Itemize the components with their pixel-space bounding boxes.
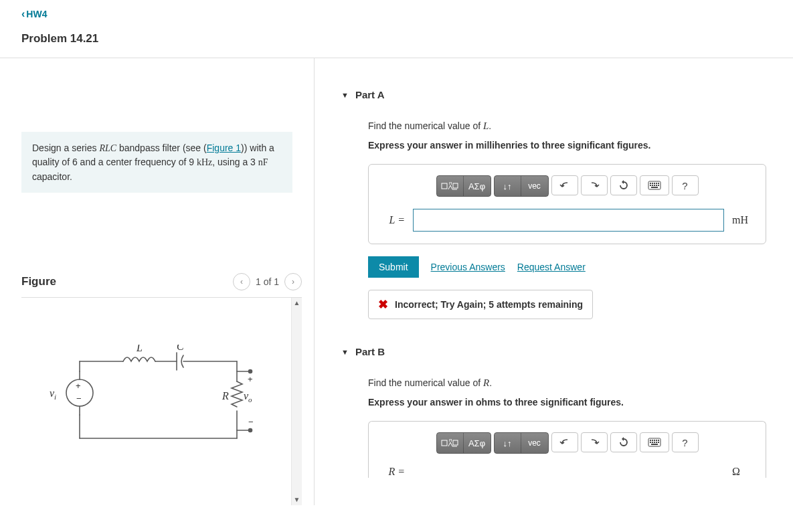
reset-button[interactable] <box>610 175 637 195</box>
svg-rect-40 <box>658 442 659 443</box>
problem-prompt: Design a series RLC bandpass filter (see… <box>21 132 292 193</box>
vector-button[interactable]: vec <box>521 433 548 453</box>
svg-rect-12 <box>442 183 447 189</box>
figure-1-link[interactable]: Figure 1 <box>207 143 241 153</box>
svg-rect-39 <box>656 442 657 443</box>
svg-text:+: + <box>248 374 253 384</box>
figure-pager-text: 1 of 1 <box>256 276 279 287</box>
previous-answers-link[interactable]: Previous Answers <box>431 262 505 272</box>
svg-rect-22 <box>652 185 653 186</box>
svg-rect-16 <box>650 183 651 184</box>
problem-title: Problem 14.21 <box>0 20 793 58</box>
part-b-label: Part B <box>355 346 385 357</box>
scroll-down-icon[interactable]: ▼ <box>292 495 302 505</box>
back-link-label: HW4 <box>26 9 47 19</box>
part-a-label: Part A <box>355 89 385 100</box>
svg-rect-32 <box>652 440 653 441</box>
svg-rect-21 <box>650 185 651 186</box>
svg-text:L: L <box>136 345 143 353</box>
templates-button[interactable]: n <box>437 176 464 196</box>
help-button[interactable]: ? <box>672 432 699 452</box>
vector-button[interactable]: vec <box>521 176 548 196</box>
svg-rect-20 <box>658 183 659 184</box>
part-a-unit: mH <box>732 214 756 226</box>
equation-toolbar: n ΑΣφ ↓↑ vec <box>378 432 756 454</box>
keyboard-button[interactable] <box>640 432 669 452</box>
svg-rect-19 <box>656 183 657 184</box>
svg-rect-17 <box>652 183 653 184</box>
svg-text:C: C <box>177 345 184 352</box>
redo-button[interactable] <box>581 432 608 452</box>
svg-text:+: + <box>76 381 81 391</box>
back-link[interactable]: ‹ HW4 <box>0 0 47 20</box>
keyboard-button[interactable] <box>640 175 669 195</box>
equation-toolbar: n ΑΣφ ↓↑ vec <box>378 175 756 197</box>
part-a-header[interactable]: ▼ Part A <box>315 58 793 107</box>
part-b-instruction: Express your answer in ohms to three sig… <box>368 397 766 408</box>
part-a-answer-panel: n ΑΣφ ↓↑ vec <box>368 164 766 244</box>
part-a-lhs: L = <box>378 214 405 226</box>
part-b-answer-panel: n ΑΣφ ↓↑ vec <box>368 421 766 478</box>
svg-rect-29 <box>453 440 458 445</box>
svg-rect-36 <box>650 442 651 443</box>
svg-text:−: − <box>76 393 82 404</box>
part-b-unit: Ω <box>732 466 756 478</box>
svg-rect-38 <box>654 442 655 443</box>
subscript-button[interactable]: ↓↑ <box>495 433 521 453</box>
reset-button[interactable] <box>610 432 637 452</box>
svg-rect-25 <box>658 185 659 186</box>
svg-text:R: R <box>222 390 229 402</box>
svg-text:vo: vo <box>244 390 252 404</box>
chevron-left-icon: ‹ <box>21 8 25 20</box>
svg-rect-33 <box>654 440 655 441</box>
figure-image: L C R vi vo + − + − <box>21 298 291 505</box>
svg-text:−: − <box>248 417 254 427</box>
incorrect-icon: ✖ <box>378 297 388 312</box>
part-b-header[interactable]: ▼ Part B <box>315 319 793 364</box>
caret-down-icon: ▼ <box>341 348 349 356</box>
part-a-find: Find the numerical value of L. <box>368 120 766 132</box>
figure-next-button[interactable]: › <box>284 273 302 290</box>
part-b-find: Find the numerical value of R. <box>368 377 766 389</box>
svg-rect-18 <box>654 183 655 184</box>
figure-prev-button[interactable]: ‹ <box>233 273 250 290</box>
redo-button[interactable] <box>581 175 608 195</box>
svg-rect-41 <box>651 444 658 445</box>
greek-button[interactable]: ΑΣφ <box>464 433 491 453</box>
undo-button[interactable] <box>551 175 578 195</box>
submit-button[interactable]: Submit <box>368 256 419 278</box>
figure-label: Figure <box>21 275 56 288</box>
scroll-up-icon[interactable]: ▲ <box>292 298 302 308</box>
svg-text:vi: vi <box>50 387 56 401</box>
part-a-feedback: ✖ Incorrect; Try Again; 5 attempts remai… <box>368 290 593 319</box>
svg-rect-24 <box>656 185 657 186</box>
greek-button[interactable]: ΑΣφ <box>464 176 491 196</box>
feedback-text: Incorrect; Try Again; 5 attempts remaini… <box>395 299 583 310</box>
subscript-button[interactable]: ↓↑ <box>495 176 521 196</box>
svg-rect-35 <box>658 440 659 441</box>
part-a-input[interactable] <box>413 209 724 232</box>
svg-rect-26 <box>651 187 658 188</box>
svg-rect-37 <box>652 442 653 443</box>
figure-scrollbar[interactable]: ▲ ▼ <box>291 298 302 505</box>
svg-rect-31 <box>650 440 651 441</box>
svg-rect-34 <box>656 440 657 441</box>
svg-rect-23 <box>654 185 655 186</box>
undo-button[interactable] <box>551 432 578 452</box>
request-answer-link[interactable]: Request Answer <box>517 262 586 272</box>
part-a-instruction: Express your answer in millihenries to t… <box>368 140 766 151</box>
caret-down-icon: ▼ <box>341 91 349 99</box>
help-button[interactable]: ? <box>672 175 699 195</box>
part-b-lhs: R = <box>378 466 405 478</box>
svg-rect-27 <box>442 440 447 446</box>
templates-button[interactable]: n <box>437 433 464 453</box>
svg-rect-14 <box>453 183 458 188</box>
